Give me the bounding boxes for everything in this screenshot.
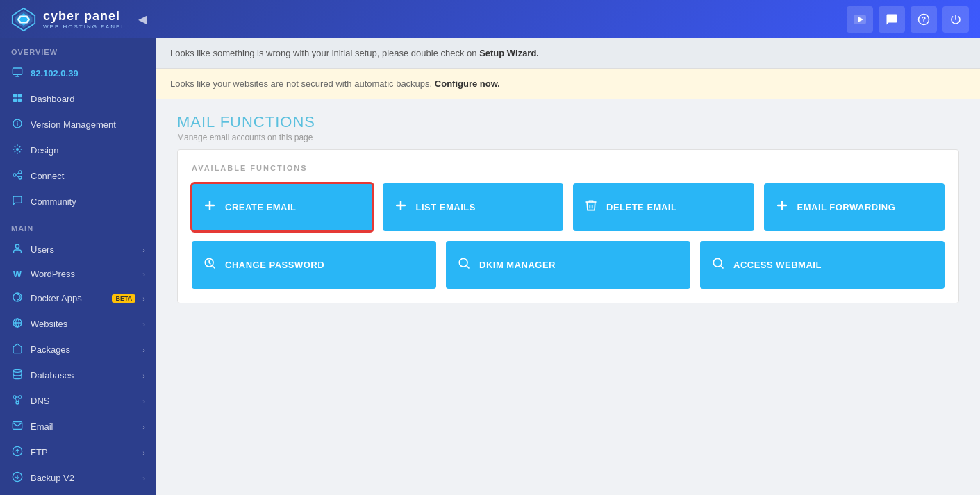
sidebar-item-design[interactable]: Design [0, 137, 156, 163]
wordpress-chevron: › [142, 270, 145, 278]
docker-icon [11, 292, 24, 305]
power-icon-button[interactable] [942, 6, 969, 33]
top-header: cyber panel WEB HOSTING PANEL ◀ ? [0, 0, 980, 38]
change-password-icon [203, 256, 217, 274]
svg-point-18 [19, 176, 22, 179]
sidebar-item-docker-apps[interactable]: Docker Apps BETA › [0, 285, 156, 311]
backup-alert: Looks like your websites are not secured… [156, 69, 980, 99]
youtube-icon-button[interactable] [847, 6, 873, 33]
wordpress-label: WordPress [31, 269, 135, 279]
help-icon: ? [917, 13, 930, 26]
design-label: Design [31, 145, 145, 156]
functions-grid-row2: CHANGE PASSWORD DKIM MANAGER [192, 241, 945, 289]
sidebar-item-email[interactable]: Email › [0, 414, 156, 439]
databases-chevron: › [142, 371, 145, 380]
header-icons: ? [847, 6, 969, 33]
svg-point-16 [13, 174, 16, 176]
users-label: Users [31, 244, 135, 255]
svg-point-17 [19, 171, 22, 174]
email-forwarding-button[interactable]: EMAIL FORWARDING [764, 183, 945, 231]
svg-point-24 [19, 396, 22, 398]
email-chevron: › [142, 423, 145, 431]
backup-alert-text: Looks like your websites are not secured… [170, 78, 435, 89]
sidebar-item-backup-v2[interactable]: Backup V2 › [0, 465, 156, 491]
svg-rect-9 [13, 68, 22, 74]
sidebar-item-backup[interactable]: Backup › [0, 491, 156, 495]
setup-alert-text: Looks like something is wrong with your … [170, 48, 479, 58]
sidebar-item-wordpress[interactable]: W WordPress › [0, 262, 156, 285]
sidebar-collapse-button[interactable]: ◀ [133, 10, 152, 28]
dashboard-icon [11, 92, 24, 106]
dns-label: DNS [31, 396, 135, 406]
svg-point-25 [16, 401, 19, 404]
overview-section-label: OVERVIEW [0, 38, 156, 60]
main-section-label: MAIN [0, 215, 156, 237]
svg-point-19 [15, 244, 19, 248]
access-webmail-button[interactable]: ACCESS WEBMAIL [700, 241, 945, 289]
svg-rect-10 [13, 94, 17, 97]
sidebar-item-databases[interactable]: Databases › [0, 362, 156, 388]
websites-icon [11, 317, 24, 330]
email-forwarding-label: EMAIL FORWARDING [797, 202, 896, 212]
connect-label: Connect [31, 171, 145, 181]
svg-text:?: ? [922, 15, 926, 23]
setup-wizard-link[interactable]: Setup Wizard. [479, 48, 539, 58]
chat-icon-button[interactable] [879, 6, 905, 33]
dkim-manager-button[interactable]: DKIM MANAGER [446, 241, 690, 289]
users-chevron: › [142, 246, 145, 254]
email-icon [11, 420, 24, 433]
brand-sub: WEB HOSTING PANEL [43, 24, 126, 30]
setup-alert: Looks like something is wrong with your … [156, 38, 980, 69]
main-layout: OVERVIEW 82.102.0.39 Dashboard [0, 38, 980, 495]
svg-point-28 [713, 258, 722, 267]
page-title-part1: MAIL [177, 113, 215, 131]
list-emails-button[interactable]: LIST EMAILS [383, 183, 564, 231]
page-subtitle: Manage email accounts on this page [177, 133, 959, 142]
backup-v2-chevron: › [142, 474, 145, 483]
change-password-button[interactable]: CHANGE PASSWORD [192, 241, 436, 289]
sidebar-item-ip[interactable]: 82.102.0.39 [0, 60, 156, 86]
backup-v2-label: Backup V2 [31, 473, 135, 483]
create-email-icon [203, 199, 217, 216]
sidebar-item-connect[interactable]: Connect [0, 163, 156, 189]
users-icon [11, 243, 24, 256]
sidebar-item-version-management[interactable]: Version Management [0, 112, 156, 137]
databases-label: Databases [31, 370, 135, 380]
brand-name: cyber panel [43, 9, 126, 24]
configure-now-link[interactable]: Configure now. [435, 78, 500, 89]
community-icon [11, 195, 24, 208]
create-email-label: CREATE EMAIL [225, 202, 297, 212]
docker-chevron: › [142, 294, 145, 303]
sidebar-item-dns[interactable]: DNS › [0, 388, 156, 414]
delete-email-label: DELETE EMAIL [606, 202, 676, 212]
websites-label: Websites [31, 319, 135, 329]
delete-email-button[interactable]: DELETE EMAIL [573, 183, 754, 231]
help-icon-button[interactable]: ? [911, 6, 937, 33]
dns-chevron: › [142, 397, 145, 405]
sidebar-item-community[interactable]: Community [0, 189, 156, 215]
packages-label: Packages [31, 344, 135, 355]
databases-icon [11, 369, 24, 382]
functions-grid-row1: CREATE EMAIL LIST EMAILS [192, 183, 945, 231]
svg-point-15 [16, 148, 19, 151]
create-email-button[interactable]: CREATE EMAIL [192, 183, 373, 231]
delete-email-icon [584, 199, 598, 216]
chat-icon [886, 13, 898, 26]
access-webmail-label: ACCESS WEBMAIL [733, 260, 822, 270]
content-area: Looks like something is wrong with your … [156, 38, 980, 495]
connect-icon [11, 169, 24, 183]
sidebar-item-ftp[interactable]: FTP › [0, 439, 156, 465]
sidebar-item-packages[interactable]: Packages › [0, 337, 156, 362]
power-icon [949, 13, 962, 26]
ftp-icon [11, 446, 24, 459]
logo-area: cyber panel WEB HOSTING PANEL ◀ [11, 7, 152, 32]
dkim-manager-label: DKIM MANAGER [479, 260, 556, 270]
list-emails-icon [394, 199, 408, 216]
sidebar-item-dashboard[interactable]: Dashboard [0, 86, 156, 112]
sidebar-item-websites[interactable]: Websites › [0, 311, 156, 337]
packages-chevron: › [142, 346, 145, 354]
sidebar-item-users[interactable]: Users › [0, 237, 156, 262]
svg-point-27 [459, 258, 467, 267]
monitor-icon [11, 67, 24, 80]
info-icon [11, 118, 24, 131]
